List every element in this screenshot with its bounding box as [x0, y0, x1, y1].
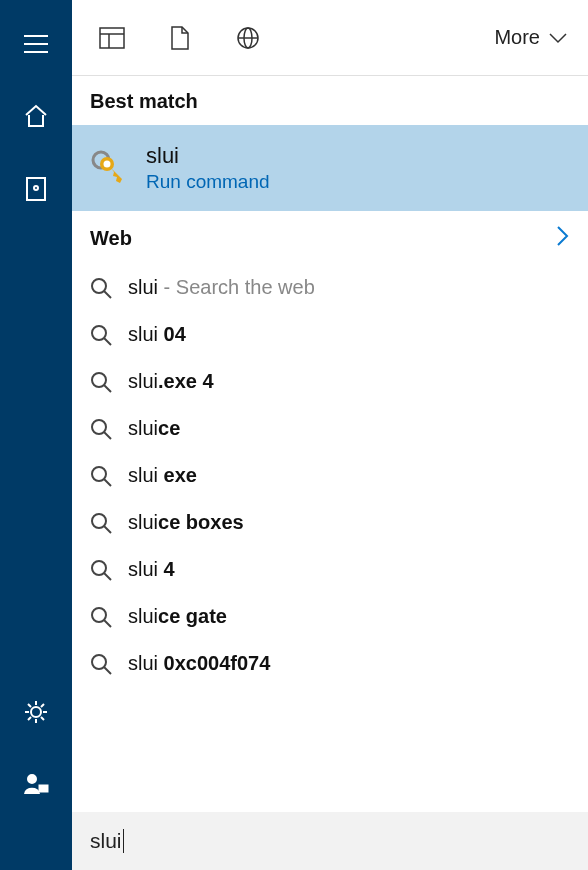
svg-point-4: [34, 186, 38, 190]
web-header: Web: [90, 227, 132, 250]
svg-point-19: [92, 326, 106, 340]
web-result-item[interactable]: sluice: [72, 405, 588, 452]
svg-line-20: [104, 338, 111, 345]
web-result-label: slui - Search the web: [128, 276, 315, 299]
topbar: More: [72, 0, 588, 76]
svg-point-17: [92, 279, 106, 293]
account-button[interactable]: [0, 748, 72, 820]
svg-line-18: [104, 291, 111, 298]
web-result-label: slui 0xc004f074: [128, 652, 270, 675]
best-match-subtitle: Run command: [146, 171, 270, 193]
svg-rect-8: [100, 28, 124, 48]
clipboard-button[interactable]: [0, 152, 72, 224]
web-result-label: sluice boxes: [128, 511, 244, 534]
main-panel: More Best match slui Run command Web slu…: [72, 0, 588, 870]
search-icon: [90, 653, 112, 675]
best-match-header: Best match: [72, 76, 588, 125]
home-button[interactable]: [0, 80, 72, 152]
gear-icon: [23, 699, 49, 725]
web-result-item[interactable]: sluice gate: [72, 593, 588, 640]
web-result-item[interactable]: slui 4: [72, 546, 588, 593]
web-result-item[interactable]: slui - Search the web: [72, 264, 588, 311]
web-result-label: sluice: [128, 417, 180, 440]
svg-point-21: [92, 373, 106, 387]
web-result-item[interactable]: slui 04: [72, 311, 588, 358]
svg-line-22: [104, 385, 111, 392]
search-icon: [90, 465, 112, 487]
menu-button[interactable]: [0, 8, 72, 80]
text-cursor: [123, 829, 124, 853]
home-icon: [23, 103, 49, 129]
web-result-label: slui.exe 4: [128, 370, 214, 393]
web-result-item[interactable]: slui.exe 4: [72, 358, 588, 405]
best-match-item[interactable]: slui Run command: [72, 125, 588, 211]
clipboard-icon: [25, 175, 47, 201]
svg-point-16: [104, 161, 111, 168]
more-dropdown[interactable]: More: [494, 26, 568, 49]
apps-filter[interactable]: [92, 18, 132, 58]
web-result-label: slui 04: [128, 323, 186, 346]
sidebar: [0, 0, 72, 870]
hamburger-icon: [24, 34, 48, 54]
svg-point-25: [92, 467, 106, 481]
svg-point-6: [28, 775, 36, 783]
search-input[interactable]: slui: [72, 812, 588, 870]
search-value: slui: [90, 829, 122, 853]
search-icon: [90, 559, 112, 581]
svg-point-29: [92, 561, 106, 575]
svg-line-32: [104, 620, 111, 627]
svg-point-33: [92, 655, 106, 669]
svg-point-23: [92, 420, 106, 434]
chevron-down-icon: [548, 32, 568, 44]
apps-icon: [99, 27, 125, 49]
search-icon: [90, 371, 112, 393]
search-icon: [90, 418, 112, 440]
svg-point-27: [92, 514, 106, 528]
web-result-label: sluice gate: [128, 605, 227, 628]
settings-button[interactable]: [0, 676, 72, 748]
svg-point-31: [92, 608, 106, 622]
search-icon: [90, 277, 112, 299]
svg-rect-7: [39, 785, 48, 792]
key-icon: [90, 149, 128, 187]
svg-line-28: [104, 526, 111, 533]
web-result-item[interactable]: sluice boxes: [72, 499, 588, 546]
best-match-title: slui: [146, 143, 270, 169]
search-icon: [90, 512, 112, 534]
svg-line-30: [104, 573, 111, 580]
svg-line-26: [104, 479, 111, 486]
person-icon: [23, 771, 49, 797]
documents-filter[interactable]: [160, 18, 200, 58]
globe-icon: [236, 26, 260, 50]
search-icon: [90, 324, 112, 346]
web-result-item[interactable]: slui 0xc004f074: [72, 640, 588, 687]
svg-line-24: [104, 432, 111, 439]
web-result-label: slui 4: [128, 558, 175, 581]
web-filter[interactable]: [228, 18, 268, 58]
search-icon: [90, 606, 112, 628]
more-label: More: [494, 26, 540, 49]
web-result-item[interactable]: slui exe: [72, 452, 588, 499]
document-icon: [170, 26, 190, 50]
web-result-label: slui exe: [128, 464, 197, 487]
chevron-right-icon: [556, 225, 570, 252]
web-results: slui - Search the webslui 04slui.exe 4sl…: [72, 264, 588, 812]
web-header-row[interactable]: Web: [72, 211, 588, 264]
svg-point-5: [31, 707, 41, 717]
svg-line-34: [104, 667, 111, 674]
